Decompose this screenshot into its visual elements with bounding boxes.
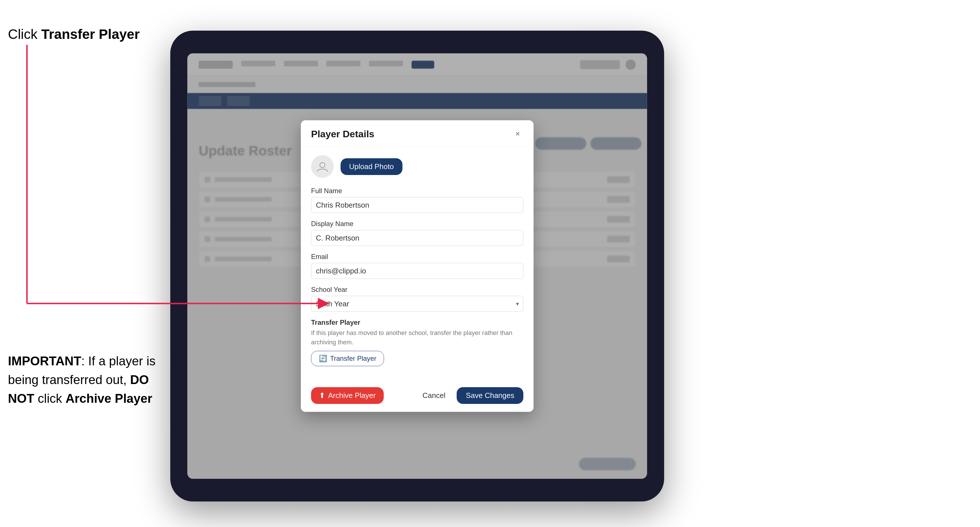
transfer-section-description: If this player has moved to another scho… — [311, 328, 523, 347]
modal-header: Player Details × — [301, 120, 534, 147]
email-group: Email — [311, 253, 523, 279]
school-year-group: School Year Sixth Year First Year Second… — [311, 286, 523, 312]
display-name-group: Display Name — [311, 220, 523, 246]
full-name-group: Full Name — [311, 187, 523, 213]
modal-title: Player Details — [311, 129, 374, 140]
transfer-player-button[interactable]: 🔄 Transfer Player — [311, 351, 384, 366]
transfer-player-btn-label: Transfer Player — [330, 354, 376, 362]
archive-icon: ⬆ — [319, 391, 325, 400]
instruction-prefix: Click — [8, 27, 41, 42]
cancel-button[interactable]: Cancel — [416, 387, 452, 404]
archive-label-instruction: Archive Player — [65, 391, 153, 405]
tablet-screen: Update Roster — [187, 53, 647, 479]
display-name-input[interactable] — [311, 230, 523, 246]
modal-footer: ⬆ Archive Player Cancel Save Changes — [301, 381, 534, 412]
school-year-label: School Year — [311, 286, 523, 294]
upload-photo-button[interactable]: Upload Photo — [340, 158, 402, 175]
photo-section: Upload Photo — [311, 155, 523, 178]
full-name-input[interactable] — [311, 197, 523, 213]
save-changes-button[interactable]: Save Changes — [457, 387, 523, 404]
modal-close-button[interactable]: × — [512, 128, 523, 140]
modal-body: Upload Photo Full Name Display Name — [301, 147, 534, 381]
transfer-icon: 🔄 — [319, 354, 327, 362]
instruction-bottom: IMPORTANT: If a player is being transfer… — [8, 352, 167, 408]
email-input[interactable] — [311, 263, 523, 279]
archive-player-button[interactable]: ⬆ Archive Player — [311, 387, 384, 404]
transfer-section-title: Transfer Player — [311, 319, 523, 327]
school-year-select-wrapper: Sixth Year First Year Second Year Third … — [311, 296, 523, 312]
archive-player-label: Archive Player — [328, 391, 376, 400]
avatar-placeholder — [311, 155, 334, 178]
tablet-device: Update Roster — [170, 31, 664, 502]
instruction-line2-rest: click — [34, 391, 65, 405]
school-year-select[interactable]: Sixth Year First Year Second Year Third … — [311, 296, 523, 312]
modal-backdrop: Player Details × Upload Photo — [187, 53, 647, 479]
important-label: IMPORTANT — [8, 354, 81, 368]
display-name-label: Display Name — [311, 220, 523, 228]
full-name-label: Full Name — [311, 187, 523, 195]
instruction-bold: Transfer Player — [41, 27, 140, 42]
transfer-player-section: Transfer Player If this player has moved… — [311, 319, 523, 366]
instruction-top: Click Transfer Player — [8, 25, 140, 43]
player-details-modal: Player Details × Upload Photo — [301, 120, 534, 412]
svg-point-3 — [320, 162, 325, 168]
email-label: Email — [311, 253, 523, 261]
